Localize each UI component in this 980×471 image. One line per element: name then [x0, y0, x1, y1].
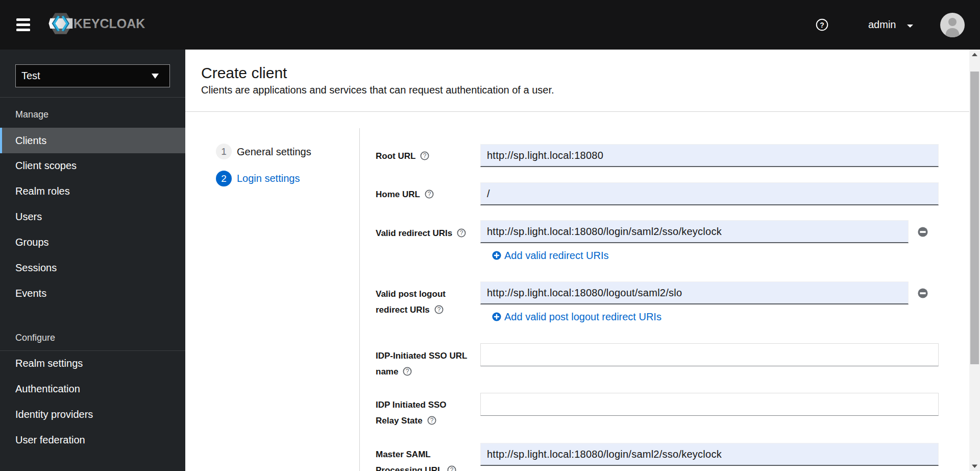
svg-text:?: ? [460, 229, 463, 237]
svg-text:?: ? [430, 417, 433, 424]
svg-text:?: ? [406, 368, 409, 375]
svg-text:?: ? [437, 306, 440, 313]
svg-text:KEYCLOAK: KEYCLOAK [74, 16, 145, 31]
svg-text:?: ? [820, 21, 824, 29]
svg-text:?: ? [423, 152, 427, 159]
svg-text:?: ? [450, 466, 454, 471]
svg-text:?: ? [428, 191, 431, 198]
